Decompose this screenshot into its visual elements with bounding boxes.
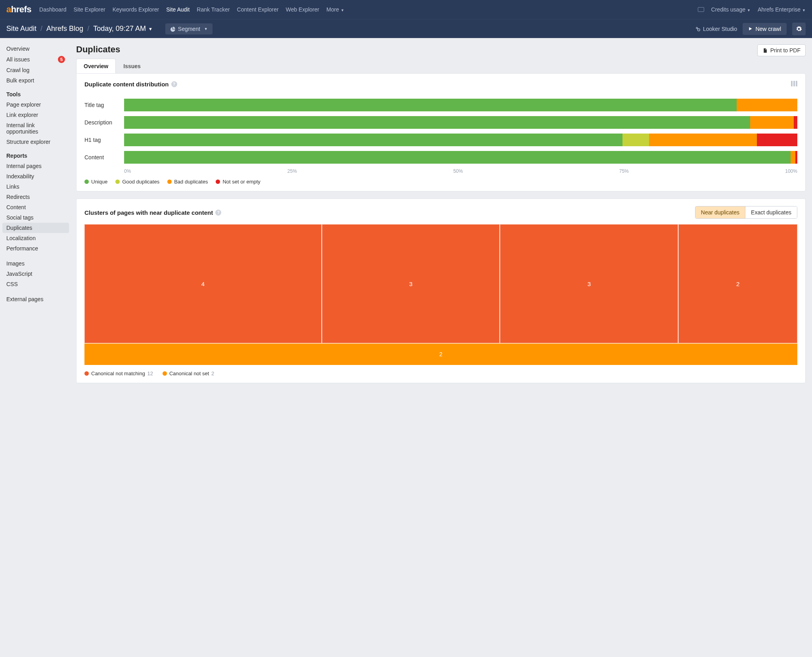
chart-axis: 0%25%50%75%100% [124, 168, 797, 174]
chart-bar[interactable] [124, 99, 797, 111]
nav-dashboard[interactable]: Dashboard [39, 6, 67, 13]
sidebar-all-issues[interactable]: All issues5 [2, 54, 69, 65]
legend-item[interactable]: Unique [84, 179, 107, 185]
svg-line-2 [697, 28, 698, 29]
segment-button[interactable]: Segment▼ [165, 23, 213, 34]
crumb-project[interactable]: Ahrefs Blog [46, 25, 83, 33]
nav-rank-tracker[interactable]: Rank Tracker [197, 6, 230, 13]
topnav-items: Dashboard Site Explorer Keywords Explore… [39, 6, 698, 13]
new-crawl-button[interactable]: New crawl [743, 23, 787, 35]
sidebar-duplicates[interactable]: Duplicates [2, 223, 69, 233]
legend-item[interactable]: Canonical not matching 12 [84, 371, 153, 376]
chart-bar[interactable] [124, 134, 797, 146]
nav-more[interactable]: More▼ [326, 6, 344, 13]
sidebar-indexability[interactable]: Indexability [2, 171, 69, 181]
legend-item[interactable]: Not set or empty [216, 179, 260, 185]
device-icon[interactable] [698, 7, 704, 12]
card-title-distribution: Duplicate content distribution ? [84, 81, 177, 88]
sidebar-link-explorer[interactable]: Link explorer [2, 110, 69, 120]
nav-site-audit[interactable]: Site Audit [166, 6, 190, 13]
sidebar-javascript[interactable]: JavaScript [2, 269, 69, 279]
sidebar-redirects[interactable]: Redirects [2, 192, 69, 202]
sidebar-internal-pages[interactable]: Internal pages [2, 161, 69, 171]
legend-item[interactable]: Bad duplicates [167, 179, 208, 185]
looker-icon [695, 26, 701, 32]
sidebar-tools-heading: Tools [2, 86, 69, 99]
legend-item[interactable]: Canonical not set 2 [163, 371, 214, 376]
chart-legend: UniqueGood duplicatesBad duplicatesNot s… [84, 179, 797, 185]
sidebar-performance[interactable]: Performance [2, 243, 69, 254]
content-tabs: Overview Issues [76, 59, 806, 73]
sidebar-links[interactable]: Links [2, 181, 69, 192]
duplicate-type-toggle: Near duplicates Exact duplicates [695, 206, 797, 219]
pie-icon [170, 26, 176, 32]
topnav-right: Credits usage▼ Ahrefs Enterprise▼ [698, 6, 806, 13]
sidebar-reports-heading: Reports [2, 147, 69, 161]
treemap-cell[interactable]: 2 [84, 344, 797, 365]
breadcrumb: Site Audit / Ahrefs Blog / Today, 09:27 … [6, 23, 695, 34]
sidebar-overview[interactable]: Overview [2, 44, 69, 54]
sidebar-content[interactable]: Content [2, 202, 69, 212]
toggle-near-duplicates[interactable]: Near duplicates [695, 206, 745, 218]
top-nav: ahrefs Dashboard Site Explorer Keywords … [0, 0, 812, 19]
subheader: Site Audit / Ahrefs Blog / Today, 09:27 … [0, 19, 812, 38]
pdf-icon [762, 48, 768, 53]
nav-web-explorer[interactable]: Web Explorer [286, 6, 320, 13]
page-title: Duplicates [76, 44, 120, 55]
help-icon[interactable]: ? [171, 81, 177, 87]
chart-row-label: Description [84, 119, 124, 126]
main-content: Duplicates Print to PDF Overview Issues … [71, 38, 812, 402]
sidebar-bulk-export[interactable]: Bulk export [2, 75, 69, 86]
help-icon[interactable]: ? [215, 210, 221, 216]
crumb-site-audit[interactable]: Site Audit [6, 25, 36, 33]
account-dropdown[interactable]: Ahrefs Enterprise▼ [758, 6, 806, 13]
clusters-card: Clusters of pages with near duplicate co… [76, 199, 806, 383]
treemap-legend: Canonical not matching 12Canonical not s… [84, 371, 797, 376]
column-settings-icon[interactable] [791, 81, 797, 88]
nav-content-explorer[interactable]: Content Explorer [237, 6, 279, 13]
chart-bar[interactable] [124, 151, 797, 164]
chart-row-label: H1 tag [84, 137, 124, 143]
treemap-cell[interactable]: 3 [322, 224, 500, 343]
treemap-cell[interactable]: 2 [678, 224, 797, 343]
distribution-chart: Title tagDescriptionH1 tagContent [84, 99, 797, 164]
logo[interactable]: ahrefs [6, 4, 31, 15]
toggle-exact-duplicates[interactable]: Exact duplicates [745, 206, 797, 218]
breadcrumb-sep: / [87, 25, 89, 33]
settings-button[interactable] [792, 23, 806, 35]
sidebar-css[interactable]: CSS [2, 279, 69, 289]
crawl-date-dropdown[interactable]: Today, 09:27 AM▼ [93, 25, 153, 33]
sidebar-internal-link-opp[interactable]: Internal link opportunities [2, 120, 69, 137]
card-title-clusters: Clusters of pages with near duplicate co… [84, 209, 221, 216]
tab-issues[interactable]: Issues [116, 59, 148, 73]
duplicate-distribution-card: Duplicate content distribution ? Title t… [76, 73, 806, 191]
issues-badge: 5 [58, 56, 65, 63]
clusters-treemap: 4332 2 [84, 224, 797, 365]
play-icon [748, 27, 753, 31]
looker-studio-link[interactable]: Looker Studio [695, 26, 737, 32]
gear-icon [796, 26, 802, 32]
subheader-right: Looker Studio New crawl [695, 23, 806, 35]
nav-keywords-explorer[interactable]: Keywords Explorer [113, 6, 159, 13]
sidebar: Overview All issues5 Crawl log Bulk expo… [0, 38, 71, 402]
treemap-cell[interactable]: 4 [84, 224, 322, 343]
sidebar-images[interactable]: Images [2, 258, 69, 269]
chart-row-label: Content [84, 154, 124, 160]
legend-item[interactable]: Good duplicates [115, 179, 159, 185]
sidebar-crawl-log[interactable]: Crawl log [2, 65, 69, 75]
nav-site-explorer[interactable]: Site Explorer [74, 6, 105, 13]
sidebar-localization[interactable]: Localization [2, 233, 69, 243]
treemap-cell[interactable]: 3 [500, 224, 678, 343]
print-to-pdf-button[interactable]: Print to PDF [757, 44, 806, 56]
chart-row-label: Title tag [84, 102, 124, 108]
sidebar-structure-explorer[interactable]: Structure explorer [2, 137, 69, 147]
tab-overview[interactable]: Overview [76, 59, 116, 73]
sidebar-page-explorer[interactable]: Page explorer [2, 99, 69, 110]
sidebar-social-tags[interactable]: Social tags [2, 212, 69, 223]
breadcrumb-sep: / [40, 25, 42, 33]
sidebar-external-pages[interactable]: External pages [2, 294, 69, 304]
chart-bar[interactable] [124, 116, 797, 129]
credits-dropdown[interactable]: Credits usage▼ [711, 6, 751, 13]
